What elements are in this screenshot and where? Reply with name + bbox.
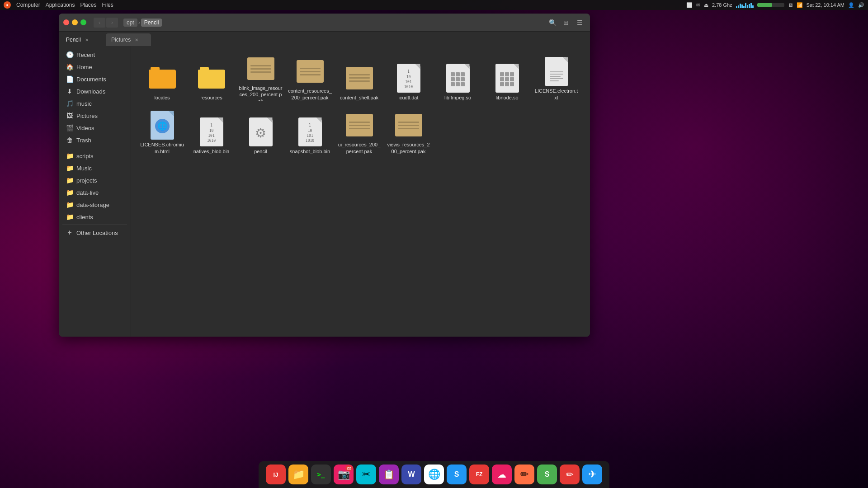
menu-places[interactable]: Places	[80, 2, 96, 8]
forward-button[interactable]: ›	[106, 18, 118, 28]
sidebar-item-projects[interactable]: 📁 projects	[61, 174, 129, 186]
dock-red-app[interactable]: ✏	[560, 465, 580, 484]
ram-bar	[757, 3, 784, 7]
eject-icon[interactable]: ⏏	[704, 2, 708, 8]
sidebar-item-music[interactable]: 🎵 music	[61, 98, 129, 109]
sidebar-item-pictures[interactable]: 🖼 Pictures	[61, 110, 129, 122]
menu-computer[interactable]: Computer	[16, 2, 40, 8]
sidebar-item-music-folder[interactable]: 📁 Music	[61, 162, 129, 174]
data-live-icon: 📁	[66, 189, 73, 196]
mail-icon[interactable]: ✉	[696, 2, 700, 8]
path-segment-pencil[interactable]: Pencil	[141, 19, 162, 27]
sidebar-item-scripts[interactable]: 📁 scripts	[61, 150, 129, 162]
file-item-ui-resources[interactable]: ui_resources_200_percent.pak	[335, 105, 383, 157]
sidebar: 🕐 Recent 🏠 Home 📄 Documents ⬇ Downloads …	[59, 46, 131, 337]
dock-filezilla[interactable]: FZ	[469, 465, 489, 484]
file-item-licenses-chromium[interactable]: 🌐 LICENSES.chromium.html	[138, 105, 186, 157]
screenshot-icon[interactable]: ⬜	[686, 2, 693, 8]
file-manager-window: ‹ › opt › Pencil 🔍 ⊞ ☰ Pencil ✕ Pictures…	[59, 14, 590, 337]
data-storage-icon: 📁	[66, 201, 73, 208]
sidebar-item-downloads[interactable]: ⬇ Downloads	[61, 85, 129, 97]
file-item-snapshot-blob[interactable]: 1101011010 snapshot_blob.bin	[286, 105, 334, 157]
window-controls	[63, 19, 86, 25]
menu-button[interactable]: ☰	[574, 17, 585, 28]
close-button[interactable]	[63, 19, 69, 25]
sidebar-label-scripts: scripts	[76, 153, 94, 160]
folder-resources-icon	[197, 64, 226, 93]
minimize-button[interactable]	[72, 19, 78, 25]
file-name-views-resources: views_resources_200_percent.pak	[387, 141, 430, 155]
maximize-button[interactable]	[80, 19, 86, 25]
grid-view-button[interactable]: ⊞	[560, 17, 572, 28]
sidebar-item-trash[interactable]: 🗑 Trash	[61, 134, 129, 146]
menu-files[interactable]: Files	[102, 2, 113, 8]
file-item-locales[interactable]: locales	[138, 52, 186, 103]
tab-pencil-label: Pencil	[66, 37, 81, 43]
sidebar-item-data-storage[interactable]: 📁 data-storage	[61, 199, 129, 211]
archive-blink-icon	[246, 54, 275, 83]
documents-icon: 📄	[66, 75, 73, 83]
sidebar-item-clients[interactable]: 📁 clients	[61, 211, 129, 223]
file-item-content-resources[interactable]: content_resources_200_percent.pak	[286, 52, 334, 103]
dock-screencloud[interactable]: ☁	[492, 465, 512, 484]
tab-pencil-close[interactable]: ✕	[84, 37, 90, 43]
file-grid: locales resources	[131, 46, 590, 337]
distro-icon[interactable]: ●	[4, 1, 11, 9]
file-item-blink[interactable]: blink_image_resources_200_percent.pak	[237, 52, 284, 103]
tab-pictures[interactable]: Pictures ✕	[106, 33, 151, 46]
sidebar-item-documents[interactable]: 📄 Documents	[61, 73, 129, 85]
dock-terminal[interactable]: >_	[311, 465, 331, 484]
dock-telegram[interactable]: ✈	[582, 465, 602, 484]
path-segment-opt[interactable]: opt	[123, 19, 137, 27]
dock-chrome[interactable]: 🌐	[424, 465, 444, 484]
sidebar-label-clients: clients	[76, 214, 93, 221]
file-item-content-shell[interactable]: content_shell.pak	[335, 52, 383, 103]
file-item-libnode[interactable]: libnode.so	[483, 52, 531, 103]
tab-pictures-close[interactable]: ✕	[133, 37, 140, 43]
sidebar-divider-1	[62, 148, 127, 148]
dock-simplenote[interactable]: S	[447, 465, 467, 484]
menu-applications[interactable]: Applications	[46, 2, 75, 8]
music-icon: 🎵	[66, 100, 73, 107]
file-name-content-shell: content_shell.pak	[340, 94, 379, 101]
dock-ksnip[interactable]: ✂	[356, 465, 376, 484]
file-item-natives-blob[interactable]: 1101011010 natives_blob.bin	[188, 105, 235, 157]
projects-folder-icon: 📁	[66, 177, 73, 184]
file-item-pencil[interactable]: ⚙ pencil	[237, 105, 284, 157]
sound-icon[interactable]: 🔊	[858, 2, 864, 8]
file-item-icudtl[interactable]: 1101011010 icudtl.dat	[385, 52, 432, 103]
dock-pencil[interactable]: ✏	[514, 465, 534, 484]
user-icon[interactable]: 👤	[848, 2, 854, 8]
dock-jetbrains[interactable]: IJ	[266, 465, 286, 484]
file-item-libffmpeg[interactable]: libffmpeg.so	[434, 52, 481, 103]
file-item-license[interactable]: LICENSE.electron.txt	[533, 52, 580, 103]
search-button[interactable]: 🔍	[547, 17, 558, 28]
sidebar-item-videos[interactable]: 🎬 Videos	[61, 122, 129, 134]
back-button[interactable]: ‹	[94, 18, 105, 28]
tab-pencil[interactable]: Pencil ✕	[61, 33, 106, 46]
display-icon[interactable]: 🖥	[788, 2, 793, 8]
sidebar-label-trash: Trash	[76, 137, 91, 144]
exec-pencil-icon: ⚙	[246, 117, 275, 146]
binary-icudtl-icon: 1101011010	[394, 64, 423, 93]
network-icon[interactable]: 📶	[797, 2, 803, 8]
file-item-views-resources[interactable]: views_resources_200_percent.pak	[385, 105, 432, 157]
sidebar-item-other-locations[interactable]: + Other Locations	[61, 227, 129, 239]
recent-icon: 🕐	[66, 51, 73, 58]
title-bar: ‹ › opt › Pencil 🔍 ⊞ ☰	[59, 14, 590, 32]
file-name-resources: resources	[200, 94, 222, 101]
other-locations-icon: +	[66, 229, 73, 236]
archive-content-shell-icon	[345, 64, 374, 93]
dock-files[interactable]: 📁	[288, 465, 308, 484]
sidebar-item-recent[interactable]: 🕐 Recent	[61, 49, 129, 61]
dock-clipboard[interactable]: 📋	[379, 465, 399, 484]
sidebar-label-data-live: data-live	[76, 189, 99, 196]
dock-wps-spreadsheet[interactable]: S	[537, 465, 557, 484]
dock-shutter[interactable]: 📷 22	[334, 465, 354, 484]
nav-buttons: ‹ ›	[94, 18, 118, 28]
file-name-libnode: libnode.so	[495, 94, 518, 101]
sidebar-item-home[interactable]: 🏠 Home	[61, 61, 129, 73]
file-item-resources[interactable]: resources	[188, 52, 235, 103]
dock-wps-writer[interactable]: W	[401, 465, 421, 484]
sidebar-item-data-live[interactable]: 📁 data-live	[61, 187, 129, 198]
